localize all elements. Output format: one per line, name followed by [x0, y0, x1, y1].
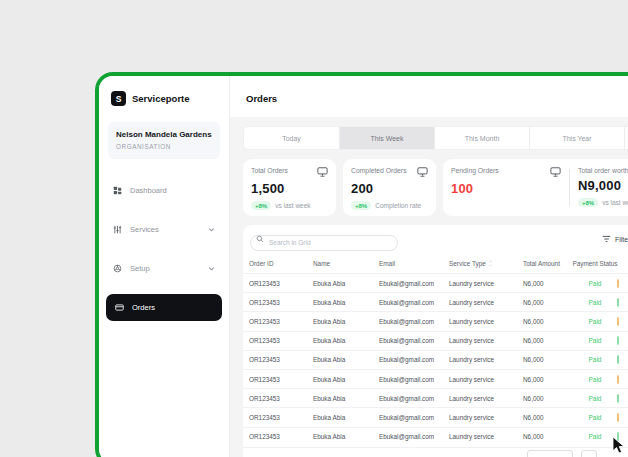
cell-service-type: Laundry service: [449, 299, 523, 306]
cell-order-id: OR123453: [249, 318, 313, 325]
cell-total-amount: N6,000: [523, 433, 573, 440]
cell-order-id: OR123453: [249, 433, 313, 440]
cell-order-id: OR123453: [249, 299, 313, 306]
column-header-payment-status[interactable]: Payment Status: [573, 260, 617, 267]
table-row[interactable]: OR123453 Ebuka Abia Ebukal@gmail.com Lau…: [243, 350, 628, 369]
table-row[interactable]: OR123453 Ebuka Abia Ebukal@gmail.com Lau…: [243, 388, 628, 407]
stat-label: Total order worth: [578, 167, 628, 174]
cell-email: Ebukal@gmail.com: [379, 433, 449, 440]
cell-name: Ebuka Abia: [313, 280, 379, 287]
sidebar-item-label: Dashboard: [130, 186, 167, 195]
column-header-order-id[interactable]: Order ID: [249, 260, 313, 267]
content-area: TodayThis WeekThis MonthThis Year Total …: [230, 117, 628, 457]
tab-this-year[interactable]: This Year: [529, 127, 624, 149]
stat-change-badge: +8%: [251, 201, 271, 210]
cell-edge-status: [617, 280, 628, 287]
column-header-total-amount[interactable]: Total Amount: [523, 260, 573, 267]
order-status-pill-cutoff: [617, 375, 619, 384]
cell-order-id: OR123453: [249, 414, 313, 421]
cell-name: Ebuka Abia: [313, 414, 379, 421]
sidebar-item-label: Orders: [132, 303, 155, 312]
cell-service-type: Laundry service: [449, 433, 523, 440]
main-header: Orders: [230, 76, 628, 117]
stats-row: Total Orders1,500+8%vs last week Complet…: [243, 159, 628, 216]
orders-table-panel: Filters Order ID Name Email Service Type…: [243, 225, 628, 457]
cell-payment-status: Paid: [573, 395, 617, 402]
organisation-name: Nelson Mandela Gardens: [116, 130, 212, 139]
sidebar-item-orders[interactable]: Orders: [106, 294, 222, 321]
cell-total-amount: N6,000: [523, 376, 573, 383]
cell-payment-status: Paid: [573, 376, 617, 383]
table-row[interactable]: OR123453 Ebuka Abia Ebukal@gmail.com Lau…: [243, 331, 628, 350]
stat-top-row: Total Orders: [251, 167, 328, 177]
sidebar-item-setup[interactable]: Setup: [99, 255, 229, 282]
sidebar-item-dashboard[interactable]: Dashboard: [99, 177, 229, 204]
stat-value: N9,000: [578, 178, 628, 193]
cell-payment-status: Paid: [573, 356, 617, 363]
cell-total-amount: N6,000: [523, 395, 573, 402]
order-status-pill-cutoff: [617, 279, 619, 288]
filters-label: Filters: [615, 236, 628, 243]
order-status-pill-cutoff: [617, 298, 619, 307]
cell-edge-status: [617, 299, 628, 306]
main-area: Orders TodayThis WeekThis MonthThis Year…: [230, 76, 628, 457]
cell-service-type: Laundry service: [449, 318, 523, 325]
stat-card-completed-orders: Completed Orders200+8%Completion rate: [343, 159, 436, 216]
cell-order-id: OR123453: [249, 376, 313, 383]
search-box: [250, 231, 398, 247]
cell-email: Ebukal@gmail.com: [379, 356, 449, 363]
sidebar: S Serviceporte Nelson Mandela Gardens OR…: [99, 76, 230, 457]
table-toolbar: Filters: [243, 225, 628, 253]
column-header-service-type[interactable]: Service Type: [449, 260, 523, 267]
cell-email: Ebukal@gmail.com: [379, 337, 449, 344]
cell-email: Ebukal@gmail.com: [379, 280, 449, 287]
page-number-box[interactable]: [581, 450, 597, 457]
sidebar-item-services[interactable]: Services: [99, 216, 229, 243]
cell-edge-status: [617, 376, 628, 383]
stat-value: 1,500: [251, 181, 328, 196]
stat-value: 200: [351, 181, 428, 196]
table-row[interactable]: OR123453 Ebuka Abia Ebukal@gmail.com Lau…: [243, 407, 628, 426]
order-status-pill-cutoff: [617, 317, 619, 326]
page-title: Orders: [246, 93, 628, 104]
cell-name: Ebuka Abia: [313, 376, 379, 383]
cell-payment-status: Paid: [573, 280, 617, 287]
sliders-icon: [113, 225, 122, 234]
cell-email: Ebukal@gmail.com: [379, 376, 449, 383]
table-row[interactable]: OR123453 Ebuka Abia Ebukal@gmail.com Lau…: [243, 427, 628, 446]
cell-name: Ebuka Abia: [313, 299, 379, 306]
cell-email: Ebukal@gmail.com: [379, 414, 449, 421]
table-row[interactable]: OR123453 Ebuka Abia Ebukal@gmail.com Lau…: [243, 292, 628, 311]
monitor-icon: [417, 167, 428, 177]
monitor-icon: [550, 167, 561, 177]
dashboard-grid-icon: [113, 186, 122, 195]
column-header-email[interactable]: Email: [379, 260, 449, 267]
table-header-row: Order ID Name Email Service Type Total A…: [243, 253, 628, 273]
tab-this-month[interactable]: This Month: [434, 127, 529, 149]
rows-per-page-select[interactable]: [527, 450, 573, 457]
cell-service-type: Laundry service: [449, 376, 523, 383]
cell-total-amount: N6,000: [523, 337, 573, 344]
table-row[interactable]: OR123453 Ebuka Abia Ebukal@gmail.com Lau…: [243, 273, 628, 292]
column-header-name[interactable]: Name: [313, 260, 379, 267]
order-status-pill-cutoff: [617, 394, 619, 403]
tab-this-week[interactable]: This Week: [339, 127, 434, 149]
stat-note: Completion rate: [375, 202, 421, 209]
cell-email: Ebukal@gmail.com: [379, 299, 449, 306]
cell-name: Ebuka Abia: [313, 433, 379, 440]
tab-bar-stub: [624, 127, 628, 149]
cell-edge-status: [617, 414, 628, 421]
stat-value: 100: [451, 181, 561, 196]
filters-button[interactable]: Filters: [602, 235, 628, 243]
cell-edge-status: [617, 356, 628, 363]
chevron-down-icon: [208, 265, 215, 272]
tab-today[interactable]: Today: [244, 127, 339, 149]
table-row[interactable]: OR123453 Ebuka Abia Ebukal@gmail.com Lau…: [243, 369, 628, 388]
stat-note: vs last week: [275, 202, 310, 209]
stat-card-total-orders: Total Orders1,500+8%vs last week: [243, 159, 336, 216]
search-input[interactable]: [250, 235, 398, 251]
table-row[interactable]: OR123453 Ebuka Abia Ebukal@gmail.com Lau…: [243, 311, 628, 330]
sort-icon[interactable]: [488, 260, 493, 267]
stat-section-total-order-worth: Total order worthN9,000+8%vs last week: [570, 159, 628, 216]
organisation-card[interactable]: Nelson Mandela Gardens ORGANISATION: [108, 122, 220, 159]
